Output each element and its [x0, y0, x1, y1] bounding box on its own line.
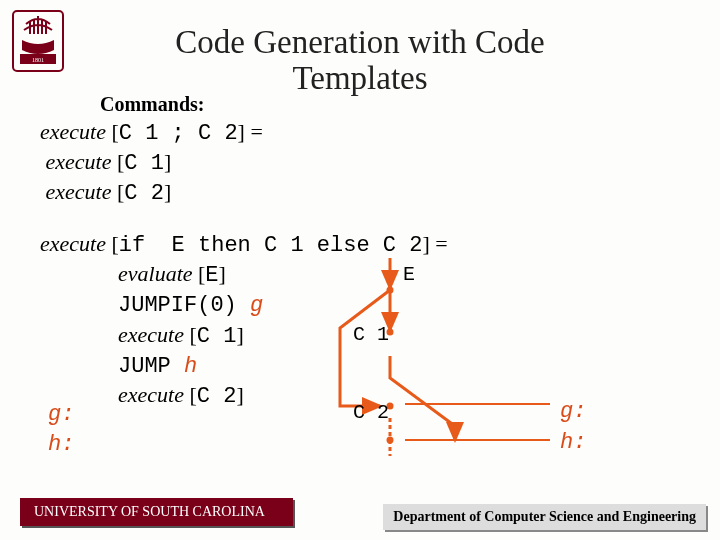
label-h-left: h: — [48, 430, 74, 460]
commands-heading: Commands: — [100, 92, 680, 118]
diagram-label-C1: C 1 — [353, 323, 389, 346]
seq-rule-line2: execute [C 1] — [40, 148, 680, 178]
if-rule-line1: execute [if E then C 1 else C 2] = — [40, 230, 680, 260]
labels-right: g: h: — [560, 397, 586, 459]
title-line-1: Code Generation with Code — [175, 24, 544, 60]
labels-left: g: h: — [48, 400, 74, 459]
diagram-label-E: E — [403, 263, 415, 286]
footer-university: UNIVERSITY OF SOUTH CAROLINA — [20, 498, 293, 526]
svg-point-12 — [387, 437, 394, 444]
label-g-right: g: — [560, 397, 586, 428]
slide-title: Code Generation with Code Templates — [0, 24, 720, 97]
svg-point-9 — [387, 287, 394, 294]
footer-department: Department of Computer Science and Engin… — [383, 504, 706, 530]
seq-rule-line3: execute [C 2] — [40, 178, 680, 208]
title-line-2: Templates — [292, 60, 427, 96]
label-h-right: h: — [560, 428, 586, 459]
label-g-left: g: — [48, 400, 74, 430]
diagram-label-C2: C 2 — [353, 401, 389, 424]
control-flow-diagram: E C 1 C 2 — [335, 258, 565, 458]
seq-rule-line1: execute [C 1 ; C 2] = — [40, 118, 680, 148]
